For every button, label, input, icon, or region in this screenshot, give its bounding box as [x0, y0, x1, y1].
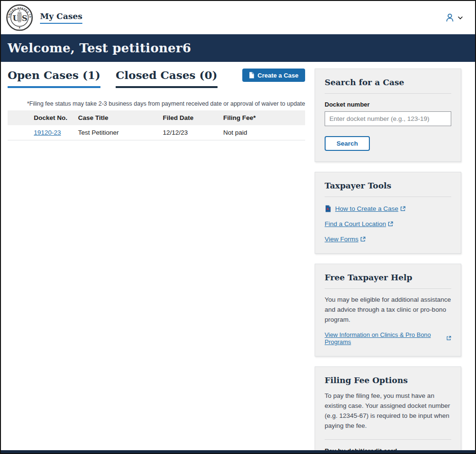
external-link-icon — [360, 237, 366, 242]
external-link-icon — [400, 206, 406, 211]
divider — [325, 288, 451, 289]
free-help-body: You may be eligible for additional assis… — [325, 295, 451, 325]
create-case-button[interactable]: Create a Case — [242, 69, 305, 82]
app-header: UNITED STATES TAX COURT ★ U S My Cases — [1, 1, 475, 34]
divider — [325, 439, 451, 440]
search-case-card: Search for a Case Docket number Search — [315, 69, 461, 162]
table-row: 19120-23 Test Petitioner 12/12/23 Not pa… — [8, 125, 305, 140]
taxpayer-tools-title: Taxpayer Tools — [325, 181, 451, 190]
col-case-title: Case Title — [73, 110, 158, 125]
docket-number-link[interactable]: 19120-23 — [34, 129, 61, 136]
col-filed-date: Filed Date — [158, 110, 218, 125]
search-button[interactable]: Search — [325, 136, 370, 151]
docket-number-label: Docket number — [325, 101, 451, 108]
case-title-cell: Test Petitioner — [73, 125, 158, 140]
page-title: Welcome, Test petitioner6 — [8, 41, 191, 55]
free-taxpayer-help-card: Free Taxpayer Help You may be eligible f… — [315, 264, 461, 356]
filing-fee-body: To pay the filing fee, you must have an … — [325, 391, 451, 431]
svg-text:★: ★ — [18, 26, 20, 29]
link-label: View Information on Clinics & Pro Bono P… — [325, 331, 445, 345]
free-help-title: Free Taxpayer Help — [325, 273, 451, 282]
divider — [325, 197, 451, 197]
pdf-icon — [325, 205, 331, 212]
us-tax-court-seal-logo: UNITED STATES TAX COURT ★ U S — [6, 4, 33, 31]
tab-closed-cases[interactable]: Closed Cases (0) — [116, 69, 218, 88]
clinics-pro-bono-link[interactable]: View Information on Clinics & Pro Bono P… — [325, 331, 451, 345]
table-header-row: Docket No. Case Title Filed Date Filing … — [8, 110, 305, 125]
link-label: Find a Court Location — [325, 220, 386, 227]
filing-fee-options-card: Filing Fee Options To pay the filing fee… — [315, 366, 461, 454]
chevron-down-icon — [458, 16, 463, 20]
link-label: View Forms — [325, 236, 358, 243]
footer-bar — [1, 450, 475, 453]
nav-my-cases[interactable]: My Cases — [40, 11, 82, 24]
divider — [325, 93, 451, 94]
app-window: UNITED STATES TAX COURT ★ U S My Cases — [0, 0, 476, 454]
filing-fee-note: *Filing fee status may take 2-3 business… — [8, 100, 305, 107]
docket-number-input[interactable] — [325, 111, 451, 126]
taxpayer-tools-card: Taxpayer Tools How to Create a Case — [315, 172, 461, 254]
svg-text:S: S — [22, 14, 28, 23]
filing-fee-title: Filing Fee Options — [325, 375, 451, 385]
link-label: How to Create a Case — [335, 205, 398, 212]
open-cases-table: Docket No. Case Title Filed Date Filing … — [8, 110, 305, 140]
welcome-banner: Welcome, Test petitioner6 — [1, 34, 475, 62]
cases-tabs-row: Open Cases (1) Closed Cases (0) Create a… — [8, 69, 305, 88]
view-forms-link[interactable]: View Forms — [325, 236, 366, 243]
create-case-label: Create a Case — [258, 72, 298, 79]
filed-date-cell: 12/12/23 — [158, 125, 218, 140]
find-court-location-link[interactable]: Find a Court Location — [325, 220, 393, 227]
external-link-icon — [388, 221, 393, 227]
search-card-title: Search for a Case — [325, 78, 451, 87]
person-icon — [445, 12, 455, 23]
account-menu[interactable] — [445, 12, 463, 23]
external-link-icon — [446, 336, 451, 341]
tab-open-cases[interactable]: Open Cases (1) — [8, 69, 100, 88]
how-to-create-case-link[interactable]: How to Create a Case — [335, 205, 406, 212]
filing-fee-cell: Not paid — [218, 125, 305, 140]
col-docket-no: Docket No. — [8, 110, 73, 125]
document-icon — [249, 72, 254, 79]
col-filing-fee: Filing Fee* — [218, 110, 305, 125]
